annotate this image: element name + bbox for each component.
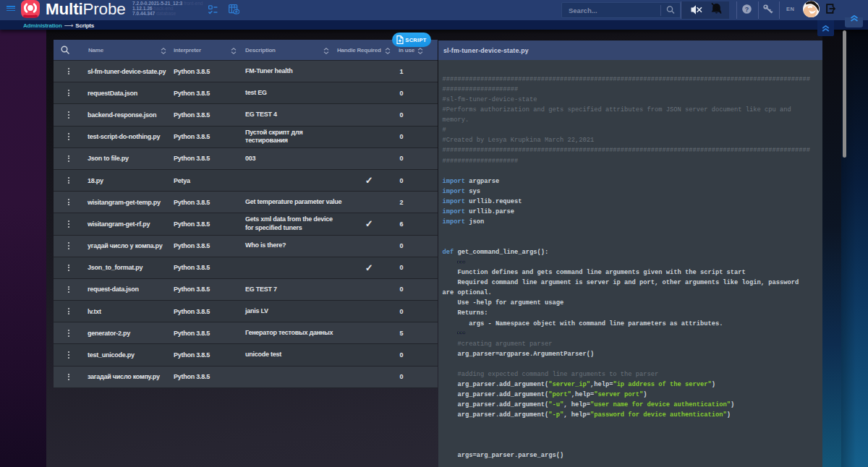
svg-text:?: ? bbox=[745, 6, 749, 13]
